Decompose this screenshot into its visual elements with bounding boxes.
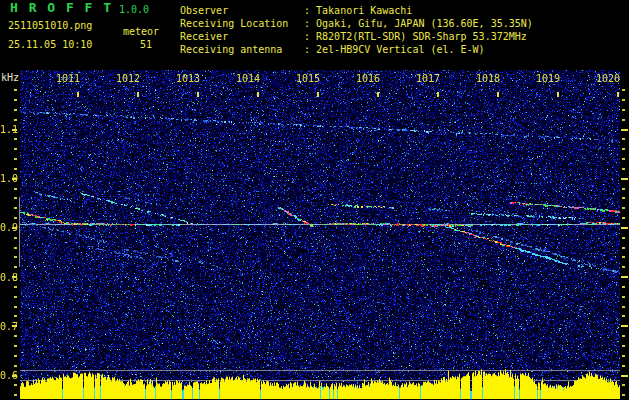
freq-minor-tick xyxy=(14,158,17,160)
time-tick xyxy=(257,92,259,97)
freq-minor-tick xyxy=(622,247,625,249)
info-row-observer: Observer: Takanori Kawachi xyxy=(180,4,533,17)
freq-minor-tick xyxy=(14,355,17,357)
info-separator: : xyxy=(304,5,310,16)
info-separator: : xyxy=(304,31,310,42)
freq-minor-tick xyxy=(14,365,17,367)
freq-minor-tick xyxy=(14,148,17,150)
freq-minor-tick xyxy=(14,138,17,140)
freq-minor-tick xyxy=(622,286,625,288)
freq-tick-label: 1.0 xyxy=(0,173,12,184)
freq-minor-tick xyxy=(622,188,625,190)
freq-minor-tick xyxy=(622,158,625,160)
station-info: Observer: Takanori Kawachi Receiving Loc… xyxy=(180,4,533,56)
time-tick-label: 1012 xyxy=(113,73,143,84)
freq-major-tick xyxy=(621,375,628,377)
time-tick-label: 1015 xyxy=(293,73,323,84)
freq-minor-tick xyxy=(622,335,625,337)
freq-minor-tick xyxy=(622,394,625,396)
freq-minor-tick xyxy=(622,355,625,357)
freq-tick-label: 0.8 xyxy=(0,272,12,283)
freq-minor-tick xyxy=(622,306,625,308)
time-tick xyxy=(137,92,139,97)
freq-minor-tick xyxy=(622,237,625,239)
freq-major-tick xyxy=(621,178,628,180)
info-label: Receiving antenna xyxy=(180,43,304,56)
freq-minor-tick xyxy=(622,99,625,101)
freq-major-tick xyxy=(621,276,628,278)
freq-minor-tick xyxy=(14,247,17,249)
time-tick-label: 1011 xyxy=(53,73,83,84)
freq-minor-tick xyxy=(14,207,17,209)
freq-minor-tick xyxy=(622,256,625,258)
freq-minor-tick xyxy=(14,296,17,298)
freq-major-tick xyxy=(621,325,628,327)
info-value: R820T2(RTL-SDR) SDR-Sharp 53.372MHz xyxy=(316,31,527,42)
freq-minor-tick xyxy=(622,168,625,170)
time-tick-label: 1016 xyxy=(353,73,383,84)
info-label: Observer xyxy=(180,4,304,17)
time-tick xyxy=(77,92,79,97)
freq-minor-tick xyxy=(14,188,17,190)
echo-count: 51 xyxy=(140,39,152,51)
freq-axis-unit-label: kHz xyxy=(1,72,19,84)
freq-minor-tick xyxy=(14,335,17,337)
time-tick-label: 1018 xyxy=(473,73,503,84)
time-tick xyxy=(317,92,319,97)
app-title: H R O F F T xyxy=(10,2,113,14)
time-tick xyxy=(437,92,439,97)
freq-tick-label: 0.9 xyxy=(0,222,12,233)
info-label: Receiving Location xyxy=(180,17,304,30)
freq-minor-tick xyxy=(14,89,17,91)
freq-minor-tick xyxy=(14,394,17,396)
info-value: Takanori Kawachi xyxy=(316,5,412,16)
time-tick-label: 1020 xyxy=(593,73,623,84)
band-marker-line xyxy=(19,197,20,267)
freq-minor-tick xyxy=(622,109,625,111)
info-row-location: Receiving Location: Ogaki, Gifu, JAPAN (… xyxy=(180,17,533,30)
info-separator: : xyxy=(304,18,310,29)
freq-minor-tick xyxy=(622,345,625,347)
spectrogram-canvas xyxy=(20,70,620,400)
freq-minor-tick xyxy=(14,345,17,347)
time-tick xyxy=(197,92,199,97)
freq-minor-tick xyxy=(14,217,17,219)
freq-minor-tick xyxy=(14,286,17,288)
freq-minor-tick xyxy=(14,99,17,101)
freq-minor-tick xyxy=(14,266,17,268)
freq-minor-tick xyxy=(622,217,625,219)
freq-minor-tick xyxy=(622,315,625,317)
info-label: Receiver xyxy=(180,30,304,43)
freq-minor-tick xyxy=(14,197,17,199)
freq-tick-label: 0.6 xyxy=(0,370,12,381)
freq-minor-tick xyxy=(14,168,17,170)
freq-minor-tick xyxy=(622,296,625,298)
time-tick xyxy=(557,92,559,97)
hrofft-window: H R O F F T 1.0.0 2511051010.png meteor … xyxy=(0,0,629,400)
freq-tick-label: 0.7 xyxy=(0,321,12,332)
info-value: Ogaki, Gifu, JAPAN (136.60E, 35.35N) xyxy=(316,18,533,29)
freq-tick-label: 1.1 xyxy=(0,124,12,135)
freq-minor-tick xyxy=(14,306,17,308)
time-tick xyxy=(497,92,499,97)
freq-minor-tick xyxy=(622,207,625,209)
time-tick-label: 1019 xyxy=(533,73,563,84)
freq-minor-tick xyxy=(622,89,625,91)
freq-minor-tick xyxy=(622,266,625,268)
info-row-antenna: Receiving antenna: 2el-HB9CV Vertical (e… xyxy=(180,43,533,56)
freq-minor-tick xyxy=(622,197,625,199)
time-tick xyxy=(377,92,379,97)
mode-label: meteor xyxy=(123,26,159,38)
info-separator: : xyxy=(304,44,310,55)
freq-minor-tick xyxy=(14,256,17,258)
info-value: 2el-HB9CV Vertical (el. E-W) xyxy=(316,44,485,55)
freq-minor-tick xyxy=(622,384,625,386)
freq-minor-tick xyxy=(14,384,17,386)
freq-major-tick xyxy=(621,227,628,229)
output-filename: 2511051010.png xyxy=(8,20,92,32)
time-tick-label: 1014 xyxy=(233,73,263,84)
time-tick-label: 1017 xyxy=(413,73,443,84)
freq-minor-tick xyxy=(14,315,17,317)
datetime-label: 25.11.05 10:10 xyxy=(8,39,92,51)
info-row-receiver: Receiver: R820T2(RTL-SDR) SDR-Sharp 53.3… xyxy=(180,30,533,43)
